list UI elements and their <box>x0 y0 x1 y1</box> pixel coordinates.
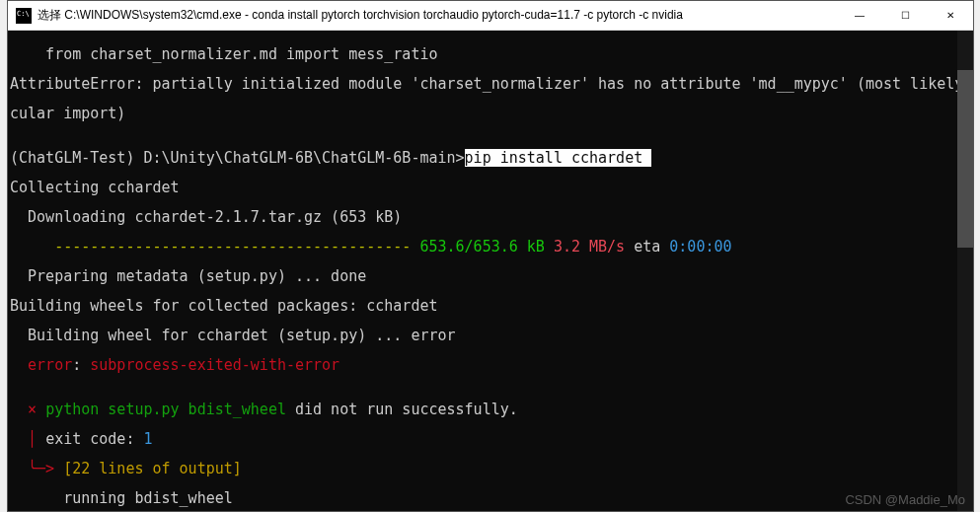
output-line: AttributeError: partially initialized mo… <box>10 77 973 92</box>
maximize-button[interactable]: ☐ <box>882 1 928 31</box>
output-line: running bdist_wheel <box>10 491 973 506</box>
exit-code: 1 <box>143 430 152 448</box>
progress-bar-line: ----------------------------------------… <box>10 240 973 255</box>
output-line: Building wheels for collected packages: … <box>10 299 973 314</box>
output-line: from charset_normalizer.md import mess_r… <box>10 47 973 62</box>
failed-cmd: python setup.py bdist_wheel <box>45 401 286 418</box>
window-controls: — ☐ ✕ <box>837 1 973 31</box>
selected-command: pip install cchardet <box>465 149 652 167</box>
progress-speed: 3.2 MB/s <box>545 238 625 256</box>
error-label: error <box>28 356 72 374</box>
output-line: Preparing metadata (setup.py) ... done <box>10 269 973 284</box>
output-count: [22 lines of output] <box>63 460 242 477</box>
watermark: CSDN @Maddie_Mo <box>845 492 965 507</box>
output-count-line: ╰─> [22 lines of output] <box>10 462 973 476</box>
terminal-output[interactable]: from charset_normalizer.md import mess_r… <box>8 31 973 511</box>
progress-size: 653.6/653.6 kB <box>419 238 544 256</box>
progress-eta: 0:00:00 <box>669 238 731 256</box>
cmd-window: 选择 C:\WINDOWS\system32\cmd.exe - conda i… <box>7 0 974 512</box>
titlebar[interactable]: 选择 C:\WINDOWS\system32\cmd.exe - conda i… <box>8 1 973 31</box>
output-line: Downloading cchardet-2.1.7.tar.gz (653 k… <box>10 210 973 225</box>
prompt-text: (ChatGLM-Test) D:\Unity\ChatGLM-6B\ChatG… <box>10 149 465 167</box>
output-line: Collecting cchardet <box>10 181 973 195</box>
close-button[interactable]: ✕ <box>928 1 973 31</box>
error-line: error: subprocess-exited-with-error <box>10 358 973 373</box>
minimize-button[interactable]: — <box>837 1 882 31</box>
exit-code-line: │ exit code: 1 <box>10 432 973 447</box>
window-title: 选择 C:\WINDOWS\system32\cmd.exe - conda i… <box>38 7 837 24</box>
error-msg: subprocess-exited-with-error <box>90 356 339 374</box>
scrollbar-track[interactable] <box>957 31 973 511</box>
scrollbar-thumb[interactable] <box>957 70 973 248</box>
output-line: Building wheel for cchardet (setup.py) .… <box>10 329 973 343</box>
prompt-line: (ChatGLM-Test) D:\Unity\ChatGLM-6B\ChatG… <box>10 151 973 166</box>
cmd-icon <box>16 8 32 24</box>
output-line: cular import) <box>10 107 973 121</box>
error-detail-line: × python setup.py bdist_wheel did not ru… <box>10 402 973 417</box>
progress-eta-label: eta <box>625 238 669 256</box>
progress-dashes: ---------------------------------------- <box>10 238 419 256</box>
